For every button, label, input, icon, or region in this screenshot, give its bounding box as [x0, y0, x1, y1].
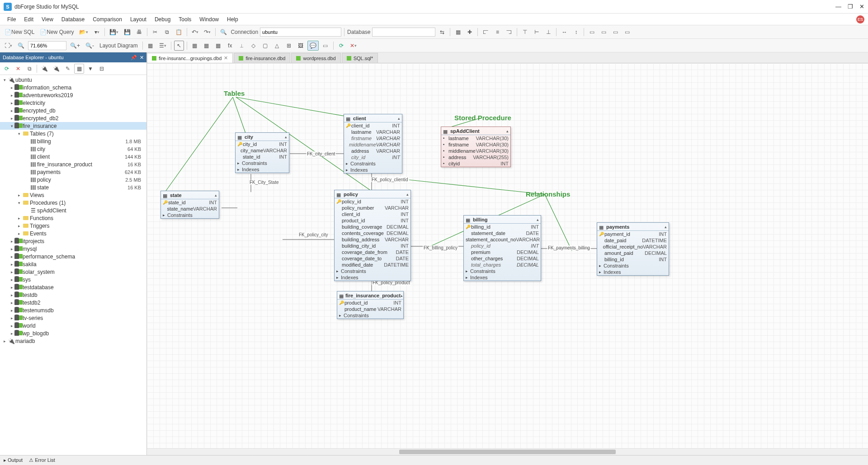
explorer-pin-icon[interactable]: 📌 — [131, 55, 137, 61]
document-tab[interactable]: SQL.sql* — [342, 53, 378, 63]
entity-spaddclient[interactable]: ▦spAddClient▴•lastnameVARCHAR(30)•firstn… — [441, 127, 511, 167]
add-relation-icon[interactable]: ⟂ — [237, 41, 247, 51]
zoom-tool-icon[interactable]: 🔍 — [16, 41, 26, 51]
tree-node[interactable]: ▸ testdb2 — [0, 299, 146, 306]
menu-comparison[interactable]: Comparison — [89, 15, 126, 23]
tree-node[interactable]: ▾Procedures (1) — [0, 199, 146, 207]
note-tool-icon[interactable]: 💬 — [307, 41, 319, 51]
entity-policy[interactable]: ▦policy▴🔑policy_idINTpolicy_numberVARCHA… — [334, 190, 411, 281]
tree-node[interactable]: client144 KB — [0, 153, 146, 160]
add-func-icon[interactable]: fx — [225, 41, 235, 51]
explorer-close-icon[interactable]: ✕ — [140, 55, 144, 61]
copy-button[interactable]: ⧉ — [162, 27, 172, 37]
stamp-icon[interactable]: ⊞ — [284, 41, 294, 51]
document-tab[interactable]: wordpress.dbd — [291, 53, 340, 63]
image-icon[interactable]: 🖼 — [296, 41, 306, 51]
tree-node[interactable]: ▸Events — [0, 230, 146, 237]
tree-node[interactable]: ▸ tv-series — [0, 314, 146, 322]
layout-diagram-button[interactable]: Layout Diagram — [98, 41, 140, 51]
entity-fire-insurance-product[interactable]: ▦fire_insurance_product▴🔑product_idINTpr… — [337, 291, 404, 319]
tree-node[interactable]: ▸ performance_schema — [0, 253, 146, 260]
align-right-icon[interactable]: ⫎ — [504, 27, 514, 37]
tree-node[interactable]: ▸ sakila — [0, 260, 146, 268]
tree-node[interactable]: billing1.8 MB — [0, 137, 146, 145]
align-bottom-icon[interactable]: ⊥ — [543, 27, 553, 37]
container-icon[interactable]: ▭ — [321, 41, 330, 51]
open-button[interactable]: 📂 — [77, 27, 90, 37]
new-connection-icon[interactable]: 🔌 — [39, 64, 50, 74]
tree-node[interactable]: ▸ wp_blogdb — [0, 329, 146, 337]
align-center-icon[interactable]: ≡ — [492, 27, 502, 37]
notification-badge-icon[interactable]: ES — [856, 15, 864, 23]
paste-button[interactable]: 📋 — [174, 27, 184, 37]
entity-billing[interactable]: ▦billing▴🔑billing_idINTstatement_dateDAT… — [463, 215, 541, 281]
tree-node[interactable]: fire_insurance_product16 KB — [0, 160, 146, 168]
tree-node[interactable]: city64 KB — [0, 145, 146, 153]
db-toggle-button[interactable]: ⇆ — [437, 27, 447, 37]
menu-database[interactable]: Database — [58, 15, 88, 23]
tree-node[interactable]: ▸Triggers — [0, 222, 146, 230]
page-setup-icon[interactable]: ▦ — [146, 41, 156, 51]
arrange4-icon[interactable]: ▭ — [622, 27, 632, 37]
error-list-button[interactable]: ⚠ Error List — [29, 457, 55, 463]
menu-help[interactable]: Help — [223, 15, 242, 23]
zoom-in-icon[interactable]: 🔍+ — [68, 41, 82, 51]
edit-connection-icon[interactable]: ✎ — [63, 64, 73, 74]
tree-node[interactable]: policy2.5 MB — [0, 176, 146, 183]
tree-node[interactable]: ☰spAddClient — [0, 207, 146, 214]
print-button[interactable]: 🖶 — [134, 27, 144, 37]
tree-node[interactable]: ▸ information_schema — [0, 84, 146, 91]
tree-node[interactable]: ▸Functions — [0, 214, 146, 222]
document-tab[interactable]: fire-insurance.dbd — [234, 53, 290, 63]
refresh-icon[interactable]: ⟳ — [2, 64, 12, 74]
align-top-icon[interactable]: ⊤ — [520, 27, 530, 37]
connection-dropdown[interactable] — [260, 28, 341, 37]
entity-state[interactable]: ▦state▴🔑state_idINTstate_nameVARCHAR▸Con… — [160, 191, 219, 219]
tree-node[interactable]: ▸ world — [0, 322, 146, 329]
add-proc-icon[interactable]: ▦ — [213, 41, 223, 51]
menu-view[interactable]: View — [38, 15, 57, 23]
pointer-tool-icon[interactable]: ↖ — [174, 41, 184, 51]
align-left-icon[interactable]: ⫍ — [481, 27, 491, 37]
arrange2-icon[interactable]: ▭ — [599, 27, 609, 37]
undo-button[interactable]: ↶ — [190, 27, 200, 37]
explorer-tree[interactable]: ▾🔌ubuntu▸ information_schema▸ adventurew… — [0, 75, 146, 455]
tree-node[interactable]: ▾ fire_insurance — [0, 122, 146, 130]
entity-city[interactable]: ▦city▴🔑city_idINTcity_nameVARCHARstate_i… — [235, 132, 289, 173]
tree-node[interactable]: ▾Tables (7) — [0, 130, 146, 137]
new-sql-button[interactable]: 📄New SQL — [3, 27, 36, 37]
menu-file[interactable]: File — [4, 15, 19, 23]
redo-button[interactable]: ↷ — [202, 27, 212, 37]
tree-node[interactable]: ▸Views — [0, 191, 146, 199]
horizontal-scrollbar[interactable] — [147, 448, 868, 455]
tree-node[interactable]: state16 KB — [0, 183, 146, 191]
tree-node[interactable]: ▸🔌mariadb — [0, 337, 146, 345]
menu-layout[interactable]: Layout — [127, 15, 150, 23]
diagram-canvas[interactable]: Tables Stored Procedure Relationships FK… — [147, 63, 868, 455]
menu-edit[interactable]: Edit — [20, 15, 37, 23]
refresh-icon[interactable]: ⟳ — [336, 41, 346, 51]
copy-icon[interactable]: ⧉ — [24, 64, 34, 74]
entity-payments[interactable]: ▦payments▴🔑payment_idINTdate_paidDATETIM… — [597, 222, 669, 276]
arrange-icon[interactable]: ▭ — [587, 27, 597, 37]
tree-node[interactable]: ▾🔌ubuntu — [0, 76, 146, 84]
shape2-icon[interactable]: ▢ — [260, 41, 270, 51]
dist-v-icon[interactable]: ↕ — [571, 27, 581, 37]
menu-window[interactable]: Window — [196, 15, 222, 23]
tree-node[interactable]: ▸ solar_system — [0, 268, 146, 276]
arrange3-icon[interactable]: ▭ — [610, 27, 620, 37]
export-icon[interactable]: ☰ — [157, 41, 168, 51]
tree-node[interactable]: ▸ testenumsdb — [0, 306, 146, 314]
tree-node[interactable]: payments624 KB — [0, 168, 146, 176]
cut-button[interactable]: ✂ — [150, 27, 160, 37]
zoom-mode-button[interactable]: ⛶ — [3, 41, 14, 51]
shape1-icon[interactable]: ◇ — [249, 41, 259, 51]
menu-tools[interactable]: Tools — [175, 15, 195, 23]
add-view-icon[interactable]: ▦ — [202, 41, 212, 51]
find-button[interactable]: 🔍 — [218, 27, 229, 37]
dist-h-icon[interactable]: ↔ — [559, 27, 569, 37]
delete-icon[interactable]: ✕ — [348, 41, 359, 51]
collapse-icon[interactable]: ⊟ — [97, 64, 107, 74]
entity-client[interactable]: ▦client▴🔑client_idINTlastnameVARCHARfirs… — [344, 114, 402, 174]
tree-node[interactable]: ▸ testdatabase — [0, 283, 146, 291]
